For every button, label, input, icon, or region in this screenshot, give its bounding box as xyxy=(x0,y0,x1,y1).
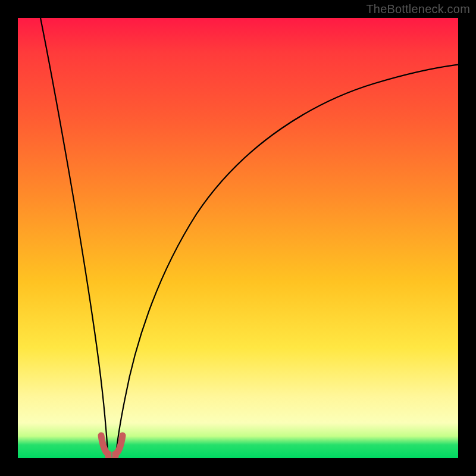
curve-right-branch xyxy=(116,64,458,456)
chart-frame: TheBottleneck.com xyxy=(0,0,476,476)
watermark-text: TheBottleneck.com xyxy=(366,2,470,16)
curve-left-branch xyxy=(40,18,108,456)
plot-area xyxy=(18,18,458,458)
curve-layer xyxy=(18,18,458,458)
bottom-bump xyxy=(101,436,123,456)
